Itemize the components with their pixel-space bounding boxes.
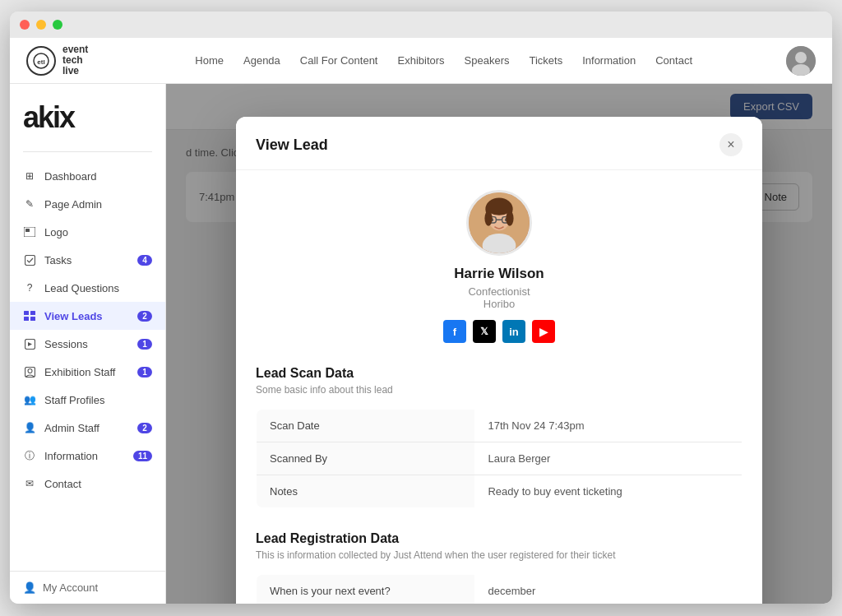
table-row: Notes Ready to buy event ticketing [257, 475, 743, 508]
dashboard-icon: ⊞ [23, 169, 36, 183]
sidebar-item-page-admin[interactable]: ✎ Page Admin [10, 190, 165, 218]
exhibition-staff-icon [23, 365, 36, 378]
lead-registration-heading: Lead Registration Data [256, 531, 743, 546]
sidebar-item-lead-questions[interactable]: ? Lead Questions [10, 274, 165, 302]
traffic-light-red[interactable] [20, 20, 30, 30]
table-row: When is your next event? december [257, 575, 743, 604]
table-cell-label: Scan Date [257, 410, 475, 442]
table-row: Scanned By Laura Berger [257, 442, 743, 475]
modal-close-button[interactable]: × [719, 133, 743, 156]
sidebar-brand: akix [10, 84, 165, 151]
nav-exhibitors[interactable]: Exhibitors [397, 54, 444, 67]
sidebar-item-label: Information [44, 450, 98, 462]
linkedin-icon[interactable]: in [502, 320, 525, 343]
title-bar [10, 12, 832, 38]
lead-scan-table: Scan Date 17th Nov 24 7:43pm Scanned By … [256, 409, 743, 508]
modal-overlay: View Lead × [166, 84, 832, 604]
lead-scan-heading: Lead Scan Data [256, 366, 743, 381]
nav-speakers[interactable]: Speakers [465, 54, 510, 67]
profile-job-title: Confectionist [256, 285, 743, 298]
sidebar-item-dashboard[interactable]: ⊞ Dashboard [10, 162, 165, 190]
modal-title: View Lead [256, 137, 328, 154]
my-account-icon: 👤 [23, 581, 36, 594]
staff-profiles-icon: 👥 [23, 393, 36, 406]
top-nav: etl eventtechlive Home Agenda Call For C… [10, 38, 832, 84]
facebook-icon[interactable]: f [443, 320, 466, 343]
logo-icon [23, 225, 36, 239]
table-cell-label: When is your next event? [257, 575, 475, 604]
lead-registration-desc: This is information collected by Just At… [256, 549, 743, 561]
table-cell-value: 17th Nov 24 7:43pm [474, 410, 742, 442]
view-leads-icon [23, 309, 36, 322]
logo-area: etl eventtechlive [26, 44, 88, 77]
table-cell-value: december [474, 575, 742, 604]
sidebar: akix ⊞ Dashboard ✎ Page Admin [10, 84, 166, 604]
social-icons: f 𝕏 in ▶ [256, 320, 743, 343]
sidebar-item-label: Logo [44, 226, 68, 239]
profile-name: Harrie Wilson [256, 266, 743, 282]
traffic-light-green[interactable] [53, 20, 62, 30]
information-icon: ⓘ [23, 449, 36, 462]
exhibition-staff-badge: 1 [137, 367, 152, 377]
sidebar-footer-account[interactable]: 👤 My Account [10, 571, 165, 604]
svg-rect-9 [30, 311, 35, 315]
information-badge: 11 [133, 451, 152, 461]
sidebar-item-sessions[interactable]: Sessions 1 [10, 330, 165, 358]
sidebar-item-label: Page Admin [44, 198, 102, 211]
lead-scan-desc: Some basic info about this lead [256, 384, 743, 396]
brand-logo-icon: etl [26, 46, 56, 76]
sidebar-item-tasks[interactable]: Tasks 4 [10, 246, 165, 274]
table-cell-label: Notes [257, 475, 475, 508]
sidebar-item-label: Lead Questions [44, 282, 119, 294]
brand-logo-text: eventtechlive [62, 44, 88, 77]
tasks-badge: 4 [137, 255, 152, 266]
nav-right [786, 46, 816, 76]
svg-rect-8 [24, 311, 29, 315]
my-account-label: My Account [43, 581, 98, 594]
sidebar-item-logo[interactable]: Logo [10, 218, 165, 246]
youtube-icon[interactable]: ▶ [532, 320, 555, 343]
sidebar-item-label: Tasks [44, 254, 72, 266]
sidebar-item-contact[interactable]: ✉ Contact [10, 470, 165, 498]
table-cell-value: Laura Berger [474, 442, 742, 475]
admin-staff-badge: 2 [137, 423, 152, 433]
contact-icon: ✉ [23, 477, 36, 490]
nav-tickets[interactable]: Tickets [529, 54, 562, 67]
svg-rect-11 [30, 317, 35, 321]
profile-avatar [466, 190, 532, 256]
sidebar-item-label: Exhibition Staff [44, 366, 115, 378]
svg-rect-10 [24, 317, 29, 321]
sidebar-item-staff-profiles[interactable]: 👥 Staff Profiles [10, 386, 165, 414]
traffic-light-yellow[interactable] [36, 20, 46, 30]
lead-scan-section: Lead Scan Data Some basic info about thi… [256, 366, 743, 508]
table-cell-label: Scanned By [257, 442, 475, 475]
sidebar-item-label: Contact [44, 478, 81, 490]
sidebar-item-admin-staff[interactable]: 👤 Admin Staff 2 [10, 414, 165, 442]
nav-contact[interactable]: Contact [655, 54, 692, 67]
svg-rect-7 [25, 255, 35, 265]
sidebar-item-view-leads[interactable]: View Leads 2 [10, 302, 165, 330]
profile-company: Horibo [256, 298, 743, 310]
svg-point-3 [795, 52, 807, 63]
sidebar-item-exhibition-staff[interactable]: Exhibition Staff 1 [10, 358, 165, 386]
sidebar-item-information[interactable]: ⓘ Information 11 [10, 442, 165, 470]
main-content: Export CSV d time. Click on each 7:41pm … [166, 84, 832, 604]
nav-home[interactable]: Home [195, 54, 224, 67]
sidebar-item-label: Sessions [44, 338, 88, 350]
sidebar-item-label: Dashboard [44, 170, 97, 183]
nav-information[interactable]: Information [582, 54, 636, 67]
nav-links: Home Agenda Call For Content Exhibitors … [121, 54, 766, 67]
sidebar-item-label: Admin Staff [44, 422, 99, 434]
modal-body: Harrie Wilson Confectionist Horibo f 𝕏 i… [236, 170, 762, 604]
x-icon[interactable]: 𝕏 [473, 320, 496, 343]
table-row: Scan Date 17th Nov 24 7:43pm [257, 410, 743, 442]
view-lead-modal: View Lead × [236, 117, 762, 604]
nav-agenda[interactable]: Agenda [243, 54, 280, 67]
user-avatar[interactable] [786, 46, 816, 76]
sidebar-item-label: View Leads [44, 310, 103, 322]
profile-section: Harrie Wilson Confectionist Horibo f 𝕏 i… [256, 190, 743, 343]
view-leads-badge: 2 [137, 311, 152, 322]
lead-questions-icon: ? [23, 281, 36, 294]
nav-call-for-content[interactable]: Call For Content [300, 54, 378, 67]
svg-point-14 [28, 368, 32, 373]
